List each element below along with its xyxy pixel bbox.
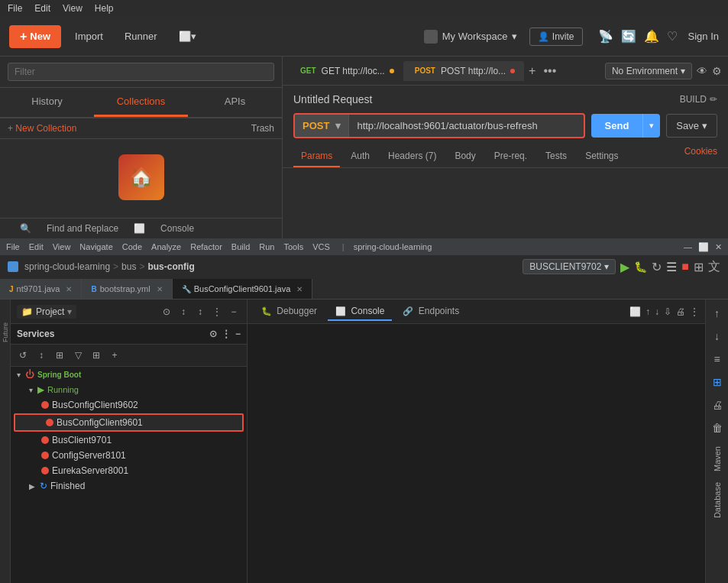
file-tab-bootstrap[interactable]: B bootstrap.yml ✕	[82, 279, 172, 299]
run-config-selector[interactable]: BUSCLIENT9702 ▾	[523, 259, 616, 274]
plus-box-icon[interactable]: ⊞	[710, 374, 725, 390]
debugger-tab[interactable]: 🐛 Debugger	[254, 303, 325, 321]
sign-in-link[interactable]: Sign In	[688, 31, 719, 42]
future-label[interactable]: Future	[2, 322, 9, 342]
send-button[interactable]: Send	[591, 114, 643, 138]
database-label[interactable]: Database	[713, 482, 722, 518]
ide-menu-refactor[interactable]: Refactor	[190, 242, 222, 251]
up-arrow-icon[interactable]: ↑	[710, 306, 725, 321]
new-collection-button[interactable]: + New Collection	[8, 123, 76, 134]
method-select[interactable]: POST	[295, 115, 349, 137]
menu-view[interactable]: View	[63, 3, 83, 14]
add-svc-button[interactable]: +	[107, 348, 122, 363]
close-tab-2[interactable]: ✕	[157, 285, 163, 293]
runner-button[interactable]: Runner	[117, 27, 165, 46]
deploy-svc-button[interactable]: ⊞	[89, 348, 104, 363]
heart-icon[interactable]: ♡	[667, 29, 678, 44]
scroll-last-icon[interactable]: ⇩	[664, 306, 671, 317]
translate-icon[interactable]: 文	[708, 259, 720, 275]
save-button[interactable]: Save ▾	[666, 114, 717, 138]
breadcrumb-module[interactable]: bus	[121, 261, 136, 272]
settings-icon[interactable]: ⋮	[210, 305, 224, 319]
ide-menu-code[interactable]: Code	[122, 242, 142, 251]
menu-edit[interactable]: Edit	[34, 3, 50, 14]
tab-apis[interactable]: APIs	[188, 88, 282, 117]
satellite-icon[interactable]: 📡	[598, 29, 613, 44]
close-svc-icon[interactable]: −	[235, 329, 241, 339]
add-tab-button[interactable]: +	[524, 64, 540, 78]
config-icon[interactable]: ⚙	[712, 65, 722, 77]
ide-menu-build[interactable]: Build	[231, 242, 250, 251]
close-tab-3[interactable]: ✕	[296, 285, 303, 293]
breadcrumb-project[interactable]: spring-cloud-learning	[24, 261, 110, 272]
ide-menu-view[interactable]: View	[53, 242, 71, 251]
trash-button[interactable]: Trash	[251, 123, 274, 134]
service-item-9701[interactable]: BusClient9701	[11, 432, 247, 448]
coverage-icon[interactable]: ☰	[666, 260, 677, 274]
tab-params[interactable]: Params	[293, 146, 340, 167]
invite-button[interactable]: 👤 Invite	[529, 28, 582, 46]
spring-boot-group-item[interactable]: ▾ ⏻ Spring Boot	[11, 367, 247, 382]
post-tab[interactable]: POST POST http://lo...	[403, 61, 524, 81]
target-svc-icon[interactable]: ⊙	[209, 329, 217, 339]
expand-icon[interactable]: ↕	[176, 305, 190, 319]
send-arrow-button[interactable]: ▾	[642, 114, 660, 138]
target-icon[interactable]: ⊙	[160, 305, 173, 319]
tab-prereq[interactable]: Pre-req.	[487, 146, 535, 167]
new-button[interactable]: New	[9, 25, 61, 48]
trash-icon[interactable]: 🗑	[710, 420, 725, 436]
expand-svc-button[interactable]: ↕	[34, 348, 49, 363]
reload-icon[interactable]: ↻	[652, 260, 662, 274]
ide-menu-tools[interactable]: Tools	[283, 242, 303, 251]
file-tab-9601[interactable]: 🔧 BusConfigClient9601.java ✕	[173, 279, 313, 299]
project-selector[interactable]: 📁 Project	[17, 305, 76, 319]
build-button[interactable]: BUILD ✏	[680, 94, 717, 105]
tab-history[interactable]: History	[0, 88, 94, 117]
printer-icon[interactable]: 🖨	[710, 397, 725, 413]
finished-group-item[interactable]: ▶ ↻ Finished	[11, 478, 247, 494]
tab-headers[interactable]: Headers (7)	[380, 146, 444, 167]
service-item-9601[interactable]: BusConfigClient9601	[14, 413, 244, 432]
more-console-icon[interactable]: ⋮	[690, 306, 699, 317]
filter-svc-button[interactable]: ▽	[70, 348, 86, 363]
ide-menu-vcs[interactable]: VCS	[312, 242, 330, 251]
env-dropdown[interactable]: No Environment ▾	[605, 63, 692, 79]
menu-file[interactable]: File	[8, 3, 22, 14]
endpoints-tab[interactable]: 🔗 Endpoints	[395, 303, 467, 321]
tab-tests[interactable]: Tests	[538, 146, 574, 167]
tab-auth[interactable]: Auth	[343, 146, 377, 167]
console-tab[interactable]: ⬜ Console	[328, 303, 392, 321]
scroll-up-icon[interactable]: ↑	[645, 306, 650, 317]
get-tab[interactable]: GET GET http://loc...	[289, 61, 403, 81]
ide-menu-navigate[interactable]: Navigate	[79, 242, 112, 251]
ide-menu-file[interactable]: File	[6, 242, 20, 251]
scroll-down-icon[interactable]: ↓	[655, 306, 659, 317]
menu-help[interactable]: Help	[95, 3, 114, 14]
service-item-8101[interactable]: ConfigServer8101	[11, 448, 247, 463]
collapse-icon[interactable]: ↕	[193, 305, 207, 319]
minimize-panel-icon[interactable]: −	[227, 305, 241, 319]
wrap-icon[interactable]: ⬜	[629, 306, 641, 317]
maximize-button[interactable]: ⬜	[698, 242, 709, 252]
eye-icon[interactable]: 👁	[697, 65, 707, 77]
sync-icon[interactable]: 🔄	[621, 29, 636, 44]
tab-collections[interactable]: Collections	[94, 88, 188, 117]
lines-icon[interactable]: ≡	[710, 351, 725, 367]
refresh-svc-button[interactable]: ↺	[15, 348, 31, 363]
print-icon[interactable]: 🖨	[676, 306, 685, 317]
cookies-link[interactable]: Cookies	[684, 146, 717, 167]
running-group-item[interactable]: ▾ ▶ Running	[11, 382, 247, 397]
more-tabs-button[interactable]: •••	[540, 64, 559, 78]
close-tab-1[interactable]: ✕	[66, 285, 72, 293]
close-button[interactable]: ✕	[715, 242, 722, 252]
workspace-selector[interactable]: My Workspace ▾	[424, 30, 518, 44]
import-button[interactable]: Import	[67, 27, 111, 46]
tab-settings[interactable]: Settings	[578, 146, 626, 167]
down-arrow-icon[interactable]: ↓	[710, 329, 725, 344]
debug-icon[interactable]: 🐛	[634, 261, 647, 273]
layout-button[interactable]: ⬜▾	[171, 27, 204, 46]
maven-label[interactable]: Maven	[713, 446, 722, 471]
tab-body[interactable]: Body	[447, 146, 483, 167]
service-item-9602[interactable]: BusConfigClient9602	[11, 397, 247, 413]
service-item-8001[interactable]: EurekaServer8001	[11, 463, 247, 478]
